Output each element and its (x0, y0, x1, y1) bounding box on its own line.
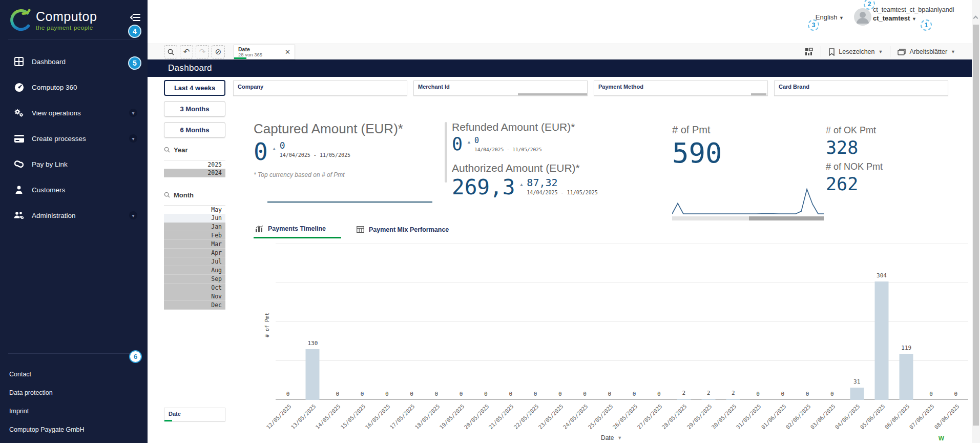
kpi-scrollbar[interactable] (445, 122, 447, 183)
chart-bar-column-24/05/2025: 024/05/2025 (572, 244, 597, 400)
pmt-sparkline (672, 186, 824, 216)
chart-bar[interactable] (726, 399, 740, 400)
selections-clear-icon[interactable]: ⊘ (212, 45, 225, 58)
search-icon[interactable] (164, 192, 170, 198)
sidebar-item-view-operations[interactable]: View operations ▾ (0, 100, 148, 126)
user-menu[interactable]: ct_teamtest_ct_bpalaniyandi ct_teamtest … (873, 6, 968, 22)
month-item-may[interactable]: May (164, 205, 225, 214)
tab-label: Payments Timeline (268, 225, 326, 232)
kpi-title: # of OK Pmt (826, 125, 876, 136)
footer-link-contact[interactable]: Contact (0, 365, 148, 384)
tab-payments-timeline[interactable]: Payments Timeline (254, 223, 341, 238)
scrollbar-thumb[interactable] (973, 25, 979, 426)
field-scrollbar[interactable] (518, 93, 587, 95)
chevron-down-icon[interactable]: ▾ (129, 109, 137, 117)
chart-x-axis-dimension-control[interactable]: Date ▼ (601, 434, 622, 441)
language-selector[interactable]: English ▼ (816, 13, 844, 21)
sidebar-item-create-processes[interactable]: Create processes ▾ (0, 126, 148, 151)
sidebar-item-customers[interactable]: Customers (0, 177, 148, 203)
sheets-menu[interactable]: Arbeitsblätter ▼ (898, 48, 955, 55)
chart-bar-column-23/05/2025: 023/05/2025 (548, 244, 572, 400)
chart-bar[interactable] (874, 281, 888, 400)
chart-x-tick-label: 26/05/2025 (611, 403, 638, 430)
month-item-dec[interactable]: Dec (164, 301, 225, 310)
date-filter-label: Date (164, 408, 225, 417)
page-title: Dashboard (168, 63, 212, 73)
chart-bar-value: 0 (424, 391, 449, 397)
chart-bar[interactable] (701, 399, 715, 400)
chart-bar[interactable] (306, 349, 320, 400)
kpi-title: # of NOK Pmt (826, 162, 883, 172)
bookmarks-menu[interactable]: Lesezeichen ▼ (828, 48, 883, 56)
search-icon[interactable] (164, 147, 170, 153)
month-item-jan[interactable]: Jan (164, 223, 225, 231)
sidebar-item-dashboard[interactable]: Dashboard (0, 49, 148, 74)
sidebar-collapse-icon[interactable] (130, 13, 140, 22)
month-item-oct[interactable]: Oct (164, 284, 225, 292)
tab-payment-mix-performance[interactable]: Payment Mix Performance (355, 223, 464, 238)
kpi-authorized-amount: Authorized Amount (EUR)* 269,3 ▲ 87,32 1… (452, 162, 667, 197)
filter-field-label: Company (234, 81, 407, 90)
chart-bar-column-30/05/2025: 230/05/2025 (721, 244, 745, 400)
chart-bar[interactable] (900, 354, 913, 400)
filter-field-label: Merchant Id (414, 81, 587, 90)
chart-bar[interactable] (850, 388, 864, 400)
sheets-label: Arbeitsblätter (909, 48, 947, 55)
chart-bar-column-03/06/2025: 003/06/2025 (820, 244, 844, 400)
sidebar-divider (8, 39, 139, 39)
chip-selection-bar (234, 57, 246, 59)
month-item-jul[interactable]: Jul (164, 257, 225, 266)
close-icon[interactable]: ✕ (285, 48, 295, 56)
filter-field-company[interactable]: Company (233, 80, 407, 96)
chart-bar-column-18/05/2025: 018/05/2025 (424, 244, 449, 400)
quick-filter-3-months[interactable]: 3 Months (164, 101, 225, 117)
chart-bar-value: 0 (449, 391, 473, 397)
footer-link-data-protection[interactable]: Data protection (0, 384, 148, 402)
user-name-short: ct_teamtest (873, 14, 910, 22)
footer-link-company[interactable]: Computop Paygate GmbH (0, 420, 148, 439)
date-filter-box[interactable]: Date (164, 408, 225, 421)
kpi-secondary-value: 87,32 (527, 176, 557, 189)
chart-bar-value: 0 (919, 391, 943, 397)
quick-filter-6-months[interactable]: 6 Months (164, 122, 225, 138)
sparkline-scrollbar[interactable] (672, 216, 824, 220)
month-item-sep[interactable]: Sep (164, 275, 225, 284)
field-scrollbar[interactable] (751, 93, 766, 95)
kpi-value: 269,3 (452, 177, 515, 197)
month-item-nov[interactable]: Nov (164, 292, 225, 301)
scrollbar-thumb[interactable] (749, 216, 824, 220)
year-item-2025[interactable]: 2025 (164, 160, 225, 169)
selections-forward-icon[interactable]: ↷ (196, 45, 209, 58)
scroll-up-icon[interactable] (973, 16, 978, 21)
chart-x-tick-label: 03/06/2025 (809, 403, 837, 430)
month-item-feb[interactable]: Feb (164, 231, 225, 240)
year-item-2024[interactable]: 2024 (164, 169, 225, 177)
quick-filter-last-4-weeks[interactable]: Last 4 weeks (164, 80, 225, 96)
sidebar-item-administration[interactable]: Administration ▾ (0, 203, 148, 228)
page-scrollbar[interactable] (972, 0, 980, 443)
chart-bar-column-31/05/2025: 031/05/2025 (745, 244, 770, 400)
chart-bar[interactable] (677, 399, 691, 400)
bookmark-icon (828, 48, 835, 56)
chart-bar-value: 0 (597, 391, 622, 397)
chart-bar-value: 0 (473, 391, 498, 397)
filter-field-payment-method[interactable]: Payment Method (594, 80, 768, 96)
listbox-title: Month (174, 191, 194, 199)
selections-back-icon[interactable]: ↶ (180, 45, 193, 58)
sidebar-item-pay-by-link[interactable]: Pay by Link (0, 151, 148, 177)
month-item-jun[interactable]: Jun (164, 214, 225, 223)
chevron-down-icon[interactable]: ▾ (129, 211, 137, 219)
avatar[interactable] (854, 8, 871, 26)
month-item-apr[interactable]: Apr (164, 249, 225, 257)
chevron-down-icon[interactable]: ▾ (129, 134, 137, 143)
date-filter-chip[interactable]: Date 28 von 365 ✕ (234, 45, 295, 59)
month-item-mar[interactable]: Mar (164, 240, 225, 249)
sidebar-item-computop-360[interactable]: Computop 360 (0, 74, 148, 100)
captured-trend-line (267, 202, 432, 203)
insights-icon[interactable] (805, 48, 814, 56)
month-item-aug[interactable]: Aug (164, 266, 225, 275)
selections-search-icon[interactable] (164, 45, 177, 58)
footer-link-imprint[interactable]: Imprint (0, 402, 148, 420)
filter-field-merchant-id[interactable]: Merchant Id (413, 80, 588, 96)
filter-field-card-brand[interactable]: Card Brand (774, 80, 948, 96)
